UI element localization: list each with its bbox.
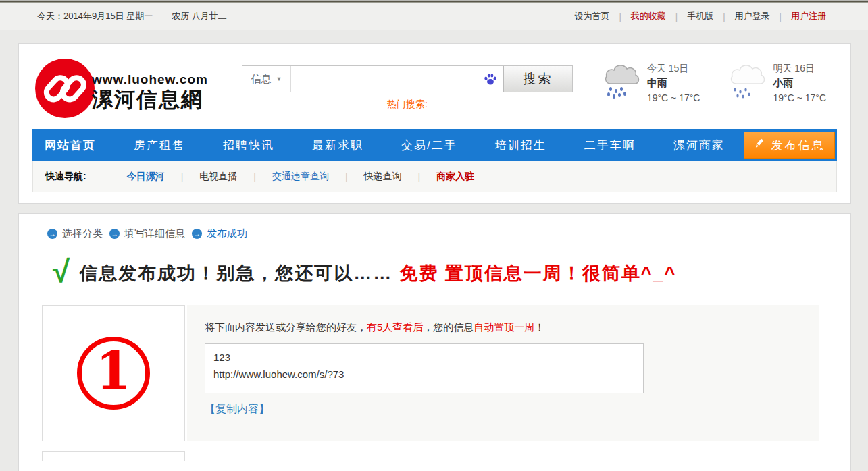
today-date: 今天：2014年9月15日 星期一	[37, 10, 153, 22]
nav-item-usedcar[interactable]: 二手车啊	[565, 138, 655, 153]
baidu-paw-icon	[483, 72, 498, 90]
promo-step1-row: 1 将下面内容发送或分享给您的好友，有5人查看后，您的信息自动置顶一周！ 123…	[42, 305, 837, 441]
quicknav-item-merchant-join[interactable]: 商家入驻	[436, 171, 474, 183]
main-nav: 网站首页 房产租售 招聘快讯 最新求职 交易/二手 培训招生 二手车啊 漯河商家…	[32, 129, 837, 161]
quick-nav: 快速导航: 今日漯河 | 电视直播 | 交通违章查询 | 快递查询 | 商家入驻	[32, 161, 837, 192]
logo-text: www.luohew.com 漯河信息網	[92, 72, 208, 114]
quicknav-item-today-luohe[interactable]: 今日漯河	[127, 171, 165, 183]
weather-today: 今天 15日 中雨 19°C ~ 17°C	[603, 61, 700, 105]
search-input-wrap	[291, 66, 503, 92]
weather-temp: 19°C ~ 17°C	[647, 91, 700, 105]
weather-temp: 19°C ~ 17°C	[773, 91, 826, 105]
topbar-links: 设为首页 | 我的收藏 | 手机版 | 用户登录 | 用户注册	[565, 10, 836, 22]
site-logo[interactable]: www.luohew.com 漯河信息網	[34, 57, 236, 122]
link-mobile-version[interactable]: 手机版	[687, 10, 713, 22]
share-content-box[interactable]: 123 http://www.luohew.com/s/?73	[205, 343, 644, 393]
checkmark-icon: √	[53, 258, 70, 285]
search-bar: 信息 ▼ 搜索	[242, 65, 573, 92]
copy-content-link[interactable]: 【复制内容】	[205, 402, 270, 416]
quicknav-item-traffic-violation[interactable]: 交通违章查询	[272, 171, 329, 183]
topbar: 今天：2014年9月15日 星期一 农历 八月廿二 设为首页 | 我的收藏 | …	[0, 3, 868, 30]
breadcrumb-steps: → 选择分类 → 填写详细信息 → 发布成功	[47, 227, 837, 240]
weather-today-text: 今天 15日 中雨 19°C ~ 17°C	[647, 61, 700, 105]
search-block: 信息 ▼ 搜索	[242, 65, 573, 111]
share-instruction: 将下面内容发送或分享给您的好友，有5人查看后，您的信息自动置顶一周！	[205, 321, 819, 334]
weather-condition: 中雨	[647, 76, 700, 91]
quicknav-item-tv-live[interactable]: 电视直播	[199, 171, 237, 183]
quick-nav-label: 快速导航:	[45, 171, 86, 183]
link-user-register[interactable]: 用户注册	[791, 10, 826, 22]
arrow-circle-icon: →	[47, 229, 57, 239]
success-title: 信息发布成功！别急，您还可以……	[79, 261, 392, 285]
share-text-part: 将下面内容发送或分享给您的好友，	[205, 321, 367, 333]
header-card: www.luohew.com 漯河信息網 信息 ▼	[18, 43, 851, 204]
step-label: 填写详细信息	[124, 227, 185, 240]
search-category-value: 信息	[251, 73, 272, 86]
divider: |	[675, 11, 678, 22]
publish-info-button[interactable]: 发布信息	[744, 132, 835, 159]
content-card: → 选择分类 → 填写详细信息 → 发布成功 √ 信息发布成功！别急，您还可以……	[18, 213, 851, 471]
divider: |	[418, 171, 421, 182]
share-content-title: 123	[213, 350, 635, 366]
search-category-dropdown[interactable]: 信息 ▼	[242, 66, 291, 92]
divider: |	[345, 171, 348, 182]
quicknav-item-express-query[interactable]: 快递查询	[364, 171, 402, 183]
step-number-box-2-partial	[42, 451, 185, 461]
nav-item-training[interactable]: 培训招生	[476, 138, 565, 153]
header-row: www.luohew.com 漯河信息網 信息 ▼	[32, 55, 837, 129]
badge-number: 1	[96, 345, 132, 397]
nav-item-merchants[interactable]: 漯河商家	[655, 138, 744, 153]
nav-item-jobs[interactable]: 招聘快讯	[204, 138, 293, 153]
search-input[interactable]	[291, 66, 503, 92]
step-label: 选择分类	[62, 227, 103, 240]
link-set-homepage[interactable]: 设为首页	[574, 10, 609, 22]
divider: |	[253, 171, 256, 182]
nav-item-trade[interactable]: 交易/二手	[382, 138, 476, 153]
arrow-circle-icon: →	[109, 229, 120, 239]
rain-cloud-icon	[603, 61, 640, 105]
logo-url: www.luohew.com	[92, 72, 208, 87]
share-text-part: ！	[534, 321, 544, 333]
nav-item-home[interactable]: 网站首页	[45, 138, 115, 153]
weather-day: 今天 15日	[647, 61, 700, 76]
share-text-part: ，您的信息	[423, 321, 474, 333]
link-user-login[interactable]: 用户登录	[735, 10, 770, 22]
success-headline: √ 信息发布成功！别急，您还可以…… 免费 置顶信息一周！很简单^_^	[53, 258, 837, 285]
divider: |	[619, 11, 621, 22]
logo-chain-icon	[34, 57, 96, 122]
step-choose-category[interactable]: → 选择分类	[47, 227, 103, 240]
light-rain-cloud-icon	[728, 61, 766, 105]
step-label: 发布成功	[207, 227, 247, 240]
step-number-box: 1	[42, 305, 185, 441]
lunar-date: 农历 八月廿二	[172, 10, 227, 22]
weather-condition: 小雨	[773, 76, 826, 91]
weather-day: 明天 16日	[773, 61, 826, 76]
hot-search-label: 热门搜索:	[242, 99, 573, 111]
success-highlight: 免费 置顶信息一周！很简单^_^	[399, 261, 676, 285]
nav-item-realestate[interactable]: 房产租售	[115, 138, 204, 153]
logo-site-name: 漯河信息網	[92, 86, 208, 114]
link-my-favorites[interactable]: 我的收藏	[631, 10, 666, 22]
step-publish-success[interactable]: → 发布成功	[192, 227, 247, 240]
share-text-highlight: 自动置顶一周	[474, 321, 534, 333]
divider	[32, 298, 837, 298]
step-fill-details[interactable]: → 填写详细信息	[109, 227, 185, 240]
pencil-icon	[753, 138, 765, 153]
circled-one-badge: 1	[77, 337, 150, 410]
weather-widget: 今天 15日 中雨 19°C ~ 17°C	[603, 61, 836, 105]
weather-tomorrow: 明天 16日 小雨 19°C ~ 17°C	[728, 61, 826, 105]
divider: |	[181, 171, 184, 182]
divider: |	[723, 11, 725, 22]
divider: |	[780, 11, 782, 22]
share-text-highlight: 有5人查看后	[367, 321, 423, 333]
chevron-down-icon: ▼	[276, 76, 282, 82]
arrow-circle-icon: →	[192, 229, 202, 239]
search-button[interactable]: 搜索	[503, 66, 572, 92]
publish-button-label: 发布信息	[771, 138, 825, 153]
share-panel: 将下面内容发送或分享给您的好友，有5人查看后，您的信息自动置顶一周！ 123 h…	[187, 305, 819, 441]
nav-item-jobseek[interactable]: 最新求职	[293, 138, 382, 153]
share-content-url: http://www.luohew.com/s/?73	[213, 366, 635, 383]
weather-tomorrow-text: 明天 16日 小雨 19°C ~ 17°C	[773, 61, 826, 105]
